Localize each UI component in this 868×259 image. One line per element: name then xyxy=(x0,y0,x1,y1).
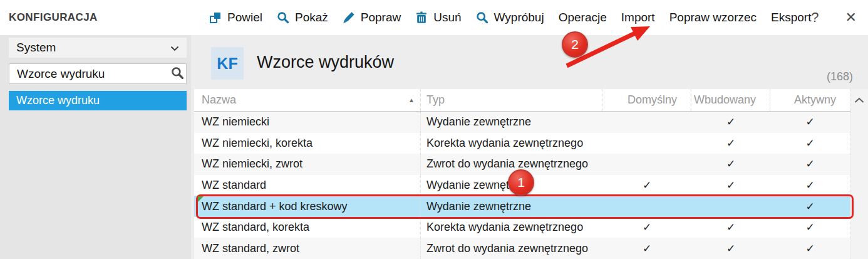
edit-template-button[interactable]: Popraw wzorzec xyxy=(669,11,757,24)
search-box xyxy=(9,63,187,84)
column-label: Nazwa xyxy=(202,93,236,107)
try-label: Wypróbuj xyxy=(494,11,544,24)
delete-button[interactable]: Usuń xyxy=(415,11,461,24)
column-header-domyslny[interactable]: Domyślny xyxy=(602,89,691,111)
top-bar: KONFIGURACJA Powiel Pokaż xyxy=(0,0,868,35)
cell-wbudowany-check: ✓ xyxy=(691,115,770,129)
cell-nazwa: WZ standard, korekta xyxy=(194,217,421,238)
record-count: (168) xyxy=(827,70,853,83)
column-label: Wbudowany xyxy=(694,93,756,107)
cell-nazwa: WZ niemiecki, korekta xyxy=(194,133,421,154)
cell-domyslny-check: ✓ xyxy=(602,242,691,255)
show-label: Pokaż xyxy=(295,11,328,24)
import-label: Import xyxy=(621,11,655,24)
category-select[interactable]: System xyxy=(9,38,187,58)
duplicate-label: Powiel xyxy=(227,11,262,24)
export-label: Eksport xyxy=(771,11,811,24)
column-label: Typ xyxy=(426,93,445,107)
delete-label: Usuń xyxy=(433,11,461,24)
cell-nazwa: WZ niemiecki, zwrot xyxy=(194,154,421,175)
cell-aktywny-check: ✓ xyxy=(770,238,850,259)
annotation-step-1-number: 1 xyxy=(517,175,525,190)
sort-asc-icon: ▲ xyxy=(408,97,415,103)
cell-nazwa: WZ standard, zwrot xyxy=(194,238,421,259)
cell-aktywny-check: ✓ xyxy=(770,112,850,133)
magnifier-icon xyxy=(476,11,488,24)
column-header-wbudowany[interactable]: Wbudowany xyxy=(691,89,770,111)
annotation-step-2-number: 2 xyxy=(571,37,579,52)
window-controls: ? ✕ xyxy=(811,0,857,35)
cell-domyslny-check: ✓ xyxy=(602,179,691,192)
brush-icon xyxy=(343,11,355,24)
cell-typ: Wydanie zewnętrzne xyxy=(421,200,602,213)
cell-aktywny-check: ✓ xyxy=(770,154,850,175)
help-button[interactable]: ? xyxy=(811,11,819,24)
sidebar-item-label: Wzorce wydruku xyxy=(16,94,100,107)
cell-wbudowany-check: ✓ xyxy=(691,137,770,150)
table-row[interactable]: WZ standard, zwrot Zwrot do wydania zewn… xyxy=(194,238,850,259)
row-focus-marker xyxy=(198,196,204,202)
table-row[interactable]: WZ standard, korekta Korekta wydania zew… xyxy=(194,217,850,238)
show-button[interactable]: Pokaż xyxy=(277,11,328,24)
cell-typ: Korekta wydania zewnętrznego xyxy=(421,221,602,234)
table-row[interactable]: WZ niemiecki, korekta Korekta wydania ze… xyxy=(194,133,850,154)
column-label: Aktywny xyxy=(794,93,836,107)
search-icon[interactable] xyxy=(170,66,184,82)
table-row-selected[interactable]: WZ standard + kod kreskowy Wydanie zewnę… xyxy=(194,196,850,217)
cell-nazwa: WZ niemiecki xyxy=(194,112,421,133)
cell-wbudowany-check: ✓ xyxy=(691,157,770,171)
close-button[interactable]: ✕ xyxy=(845,11,857,24)
cell-nazwa: WZ standard + kod kreskowy xyxy=(194,196,421,217)
operations-menu[interactable]: Operacje xyxy=(559,11,607,24)
cell-typ: Wydanie zewnętrzne xyxy=(421,115,602,129)
operations-label: Operacje xyxy=(559,11,607,24)
page-title: Wzorce wydruków xyxy=(257,53,394,72)
cell-wbudowany-check: ✓ xyxy=(691,221,770,234)
cell-wbudowany-check: ✓ xyxy=(691,179,770,192)
cell-aktywny-check: ✓ xyxy=(770,217,850,238)
column-header-typ[interactable]: Typ xyxy=(421,89,602,111)
column-header-aktywny[interactable]: Aktywny xyxy=(770,89,850,111)
vertical-scrollbar[interactable] xyxy=(850,89,868,259)
cell-typ: Zwrot do wydania zewnętrznego xyxy=(421,242,602,255)
app-title: KONFIGURACJA xyxy=(9,11,98,24)
export-button[interactable]: Eksport xyxy=(771,11,811,24)
table-header: Nazwa ▲ Typ Domyślny Wbudowany Aktywny xyxy=(194,89,850,112)
duplicate-button[interactable]: Powiel xyxy=(209,11,262,24)
column-header-nazwa[interactable]: Nazwa ▲ xyxy=(194,89,421,111)
edit-button[interactable]: Popraw xyxy=(343,11,401,24)
edit-label: Popraw xyxy=(361,11,401,24)
copy-icon xyxy=(209,11,222,24)
sidebar: System Wzorce wydruku xyxy=(0,35,191,259)
cell-aktywny-check: ✓ xyxy=(770,133,850,154)
import-button[interactable]: Import xyxy=(621,11,655,24)
table-row[interactable]: WZ niemiecki Wydanie zewnętrzne ✓ ✓ xyxy=(194,112,850,133)
toolbar: Powiel Pokaż Popraw xyxy=(209,0,811,35)
cell-typ: Zwrot do wydania zewnętrznego xyxy=(421,157,602,171)
annotation-step-1: 1 xyxy=(508,169,534,196)
try-button[interactable]: Wypróbuj xyxy=(476,11,544,24)
column-label: Domyślny xyxy=(628,93,677,107)
trash-icon xyxy=(415,11,428,24)
scroll-up-icon[interactable] xyxy=(854,95,864,106)
chevron-down-icon xyxy=(170,41,179,55)
cell-typ: Korekta wydania zewnętrznego xyxy=(421,137,602,150)
cell-nazwa: WZ standard xyxy=(194,175,421,196)
sidebar-item-wzorce-wydruku[interactable]: Wzorce wydruku xyxy=(9,91,187,110)
cell-domyslny-check: ✓ xyxy=(602,221,691,234)
cell-aktywny-check: ✓ xyxy=(770,175,850,196)
cell-aktywny-check: ✓ xyxy=(770,196,850,217)
category-value: System xyxy=(16,41,56,55)
annotation-step-2: 2 xyxy=(562,31,588,58)
edit-template-label: Popraw wzorzec xyxy=(669,11,757,24)
cell-wbudowany-check: ✓ xyxy=(691,242,770,255)
module-badge: KF xyxy=(211,47,244,80)
search-input[interactable] xyxy=(17,67,170,81)
magnifier-icon xyxy=(277,11,289,24)
